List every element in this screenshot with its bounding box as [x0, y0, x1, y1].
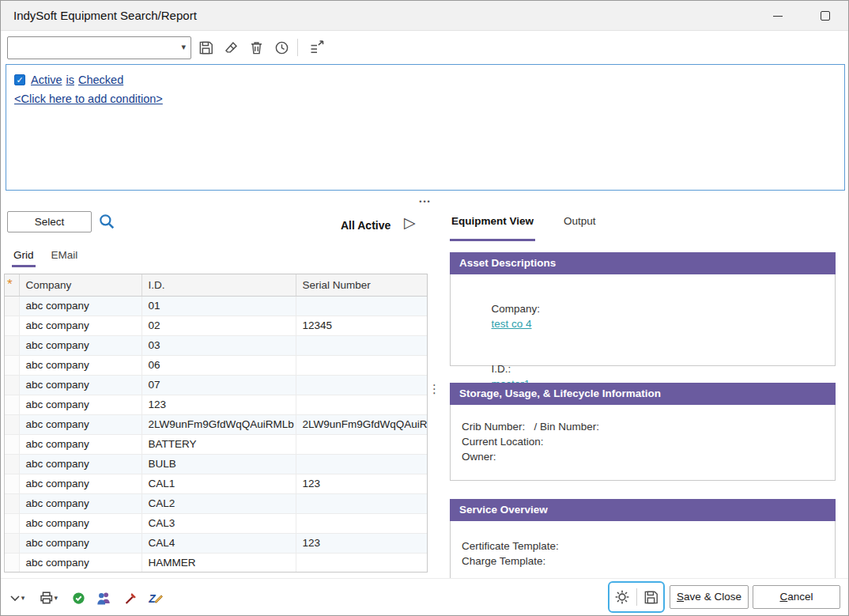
cell-id[interactable]: 02 [142, 316, 296, 335]
table-row[interactable]: abc company123 [5, 395, 427, 414]
table-row[interactable]: abc company2LW9unFm9GfdWqQAuiRMLb2LW9unF… [5, 414, 427, 434]
vertical-splitter[interactable]: ⋮ [428, 379, 438, 399]
row-selector[interactable] [5, 513, 19, 533]
cell-serial[interactable]: 123 [296, 533, 427, 553]
row-selector[interactable] [5, 296, 19, 316]
select-button[interactable]: Select [7, 211, 92, 232]
cell-id[interactable]: CAL1 [142, 474, 296, 493]
cell-company[interactable]: abc company [19, 414, 142, 434]
cell-company[interactable]: abc company [19, 454, 142, 474]
cell-serial[interactable]: 12345 [296, 316, 427, 335]
row-selector[interactable] [5, 395, 19, 414]
save-layout-button[interactable] [642, 588, 661, 607]
save-search-button[interactable] [194, 36, 217, 59]
table-row[interactable]: abc company0212345 [5, 316, 427, 335]
cell-serial[interactable] [296, 513, 427, 533]
cell-company[interactable]: abc company [19, 553, 142, 573]
delete-search-button[interactable] [245, 36, 267, 59]
cell-serial[interactable]: 123 [296, 474, 427, 493]
horizontal-splitter[interactable]: ••• [1, 195, 849, 204]
row-selector[interactable] [5, 316, 19, 335]
cell-id[interactable]: 03 [142, 335, 296, 355]
column-header-company[interactable]: Company [19, 274, 142, 296]
settings-button[interactable] [613, 588, 632, 607]
maximize-button[interactable] [807, 2, 843, 29]
cell-company[interactable]: abc company [19, 434, 142, 454]
column-header-id[interactable]: I.D. [142, 274, 296, 296]
table-row[interactable]: abc companyCAL1123 [5, 474, 427, 493]
row-selector[interactable] [5, 553, 19, 573]
tab-grid[interactable]: Grid [12, 248, 36, 267]
condition-operator-link[interactable]: is [66, 74, 74, 86]
saved-search-combobox[interactable]: ▾ [7, 36, 191, 59]
cell-company[interactable]: abc company [19, 513, 142, 533]
cell-serial[interactable] [296, 335, 427, 355]
cell-company[interactable]: abc company [19, 493, 142, 513]
validate-button[interactable] [69, 588, 88, 607]
table-row[interactable]: abc companyCAL3 [5, 513, 427, 533]
selector-column-header[interactable]: * [5, 274, 19, 296]
cell-serial[interactable] [296, 454, 427, 474]
table-row[interactable]: abc companyBULB [5, 454, 427, 474]
row-selector[interactable] [5, 414, 19, 434]
table-row[interactable]: abc company07 [5, 375, 427, 395]
cell-serial[interactable] [296, 355, 427, 375]
row-selector[interactable] [5, 454, 19, 474]
table-row[interactable]: abc companyHAMMER [5, 553, 427, 573]
cell-serial[interactable] [296, 375, 427, 395]
row-selector[interactable] [5, 493, 19, 513]
tools-button[interactable] [121, 588, 140, 607]
users-button[interactable] [94, 588, 113, 607]
cancel-button[interactable]: Cancel [753, 585, 840, 609]
save-close-button[interactable]: Save & Close [670, 585, 749, 609]
print-button[interactable]: ▾ [39, 588, 58, 607]
clear-conditions-button[interactable] [220, 36, 242, 59]
cell-id[interactable]: 01 [142, 296, 296, 316]
conditions-tree-button[interactable] [306, 36, 328, 59]
row-selector[interactable] [5, 375, 19, 395]
company-link[interactable]: test co 4 [492, 318, 532, 330]
chevron-down-icon[interactable]: ▾ [181, 42, 186, 52]
column-header-serial[interactable]: Serial Number [296, 274, 427, 296]
table-row[interactable]: abc company01 [5, 296, 427, 316]
cell-company[interactable]: abc company [19, 474, 142, 493]
cell-serial[interactable] [296, 493, 427, 513]
tab-email[interactable]: EMail [50, 248, 80, 267]
cell-id[interactable]: CAL4 [142, 533, 296, 553]
row-selector[interactable] [5, 533, 19, 553]
search-history-button[interactable] [270, 36, 292, 59]
cell-id[interactable]: 2LW9unFm9GfdWqQAuiRMLb [142, 414, 296, 434]
table-row[interactable]: abc company03 [5, 335, 427, 355]
active-checkbox[interactable]: ✓ [14, 74, 25, 85]
cell-serial[interactable]: 2LW9unFm9GfdWqQAuiRMLb [296, 414, 427, 434]
cell-id[interactable]: CAL2 [142, 493, 296, 513]
cell-id[interactable]: 123 [142, 395, 296, 414]
table-row[interactable]: abc company06 [5, 355, 427, 375]
tab-output[interactable]: Output [562, 205, 598, 241]
cell-id[interactable]: 06 [142, 355, 296, 375]
table-row[interactable]: abc companyCAL4123 [5, 533, 427, 553]
cell-id[interactable]: BULB [142, 454, 296, 474]
cell-serial[interactable] [296, 434, 427, 454]
cell-company[interactable]: abc company [19, 533, 142, 553]
cell-serial[interactable] [296, 553, 427, 573]
run-search-icon[interactable]: ▷ [404, 214, 416, 232]
collapse-button[interactable]: ▾ [7, 588, 26, 607]
cell-company[interactable]: abc company [19, 335, 142, 355]
cell-id[interactable]: 07 [142, 375, 296, 395]
row-selector[interactable] [5, 355, 19, 375]
table-row[interactable]: abc companyBATTERY [5, 434, 427, 454]
row-selector[interactable] [5, 474, 19, 493]
cell-serial[interactable] [296, 296, 427, 316]
cell-company[interactable]: abc company [19, 395, 142, 414]
row-selector[interactable] [5, 434, 19, 454]
cell-id[interactable]: HAMMER [142, 553, 296, 573]
condition-value-link[interactable]: Checked [78, 74, 123, 86]
cell-id[interactable]: CAL3 [142, 513, 296, 533]
tab-equipment-view[interactable]: Equipment View [450, 205, 535, 241]
signature-button[interactable]: Z [146, 588, 165, 607]
cell-company[interactable]: abc company [19, 296, 142, 316]
add-condition-link[interactable]: <Click here to add condition> [14, 93, 163, 105]
search-icon[interactable] [98, 213, 115, 230]
cell-company[interactable]: abc company [19, 316, 142, 335]
